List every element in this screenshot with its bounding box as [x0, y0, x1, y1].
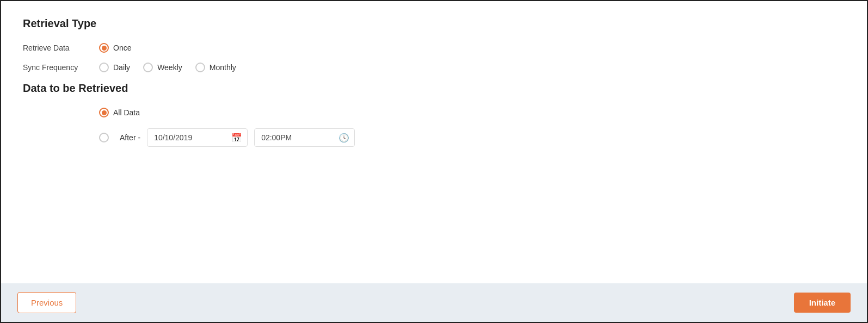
all-data-label: All Data — [113, 108, 140, 117]
data-to-be-retrieved-section: Data to be Retrieved All Data After - 📅 … — [23, 82, 845, 147]
data-retrieved-title: Data to be Retrieved — [23, 82, 845, 95]
sync-frequency-options: Daily Weekly Monthly — [99, 63, 236, 72]
retrieve-data-once-radio[interactable] — [99, 43, 109, 53]
sync-frequency-label: Sync Frequency — [23, 63, 99, 72]
retrieve-data-row: Retrieve Data Once — [23, 43, 845, 53]
sync-frequency-daily-radio[interactable] — [99, 63, 109, 72]
retrieve-data-label: Retrieve Data — [23, 44, 99, 52]
after-label: After - — [120, 133, 140, 142]
sync-frequency-weekly-label: Weekly — [157, 63, 182, 72]
footer: Previous Initiate — [1, 283, 867, 322]
after-radio[interactable] — [99, 133, 109, 142]
date-input[interactable] — [147, 128, 248, 147]
previous-button[interactable]: Previous — [17, 292, 76, 313]
sync-frequency-daily-label: Daily — [113, 63, 130, 72]
retrieval-type-title: Retrieval Type — [23, 17, 845, 30]
sync-frequency-daily-option[interactable]: Daily — [99, 63, 130, 72]
all-data-option[interactable]: All Data — [99, 108, 845, 117]
sync-frequency-row: Sync Frequency Daily Weekly Monthly — [23, 63, 845, 72]
sync-frequency-weekly-radio[interactable] — [143, 63, 153, 72]
after-option-row: After - 📅 🕓 — [99, 128, 845, 147]
time-input[interactable] — [254, 128, 355, 147]
retrieve-data-once-label: Once — [113, 44, 131, 52]
main-content: Retrieval Type Retrieve Data Once Sync F… — [1, 1, 867, 283]
retrieve-data-options: Once — [99, 43, 131, 53]
sync-frequency-monthly-option[interactable]: Monthly — [195, 63, 236, 72]
date-input-wrapper: 📅 — [147, 128, 248, 147]
data-options-group: All Data After - 📅 🕓 — [99, 108, 845, 147]
retrieve-data-once-option[interactable]: Once — [99, 43, 131, 53]
time-input-wrapper: 🕓 — [254, 128, 355, 147]
sync-frequency-monthly-radio[interactable] — [195, 63, 205, 72]
sync-frequency-monthly-label: Monthly — [210, 63, 236, 72]
initiate-button[interactable]: Initiate — [794, 293, 851, 313]
all-data-radio[interactable] — [99, 108, 109, 117]
sync-frequency-weekly-option[interactable]: Weekly — [143, 63, 182, 72]
